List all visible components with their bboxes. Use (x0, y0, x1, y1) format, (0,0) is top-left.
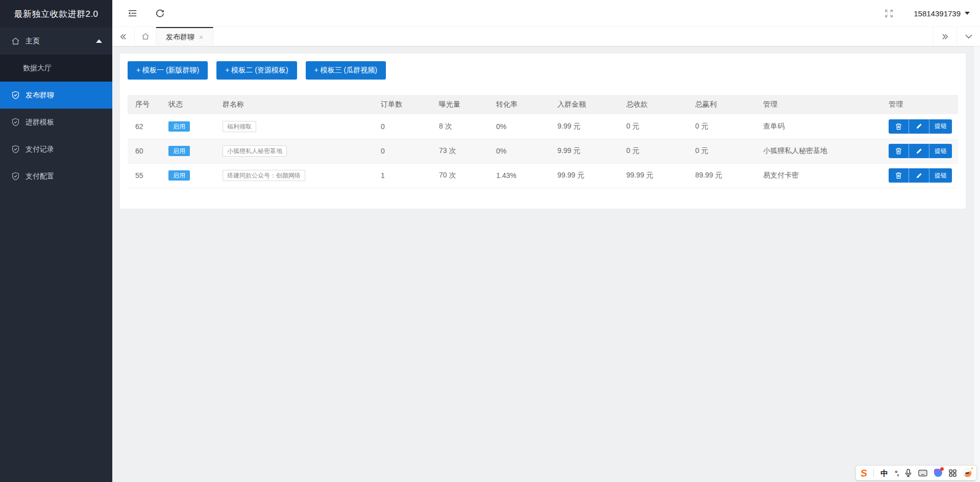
keyboard-icon[interactable] (918, 470, 927, 476)
row-actions: 提链 (889, 119, 952, 134)
delete-button[interactable] (889, 168, 909, 183)
sidebar-item-label: 数据大厅 (23, 64, 52, 73)
sidebar: 最新独立收款进群2.0 主页 数据大厅 发布群聊 进群模板 支付记录 支付配置 (0, 0, 112, 482)
cell-conversion: 1.43% (488, 163, 550, 188)
home-icon (11, 37, 20, 45)
cell-join-fee: 9.99 元 (550, 139, 619, 163)
microphone-icon[interactable] (905, 469, 912, 477)
tab-bar: 发布群聊 × (112, 27, 980, 46)
toolbox-grid-icon[interactable] (949, 469, 957, 477)
status-badge: 启用 (168, 146, 190, 156)
sidebar-item-group-template[interactable]: 进群模板 (0, 109, 112, 136)
main-area: 15814391739 发布群聊 × + 模板一 (新版群聊) (112, 0, 980, 482)
cell-seq: 62 (128, 114, 161, 139)
group-table: 序号 状态 群名称 订单数 曝光量 转化率 入群金额 总收款 总赢利 管理 管理 (128, 95, 958, 188)
topbar: 15814391739 (112, 0, 980, 27)
edit-button[interactable] (909, 144, 929, 158)
cell-conversion: 0% (488, 114, 550, 139)
cell-seq: 60 (128, 139, 161, 163)
sidebar-item-label: 支付记录 (26, 145, 54, 154)
divider (873, 469, 874, 477)
table-header-row: 序号 状态 群名称 订单数 曝光量 转化率 入群金额 总收款 总赢利 管理 管理 (128, 95, 958, 114)
ime-punctuation-toggle[interactable]: °, (895, 470, 898, 476)
refresh-icon[interactable] (154, 8, 165, 19)
sidebar-item-label: 发布群聊 (26, 91, 54, 100)
edit-button[interactable] (909, 119, 929, 134)
cell-manage: 小狐狸私人秘密基地 (755, 139, 881, 163)
sidebar-item-label: 主页 (26, 37, 40, 46)
sidebar-item-home[interactable]: 主页 (0, 28, 112, 55)
tabs-scroll-right-icon[interactable] (933, 27, 957, 46)
tab-close-icon[interactable]: × (199, 34, 203, 41)
ai-assistant-icon[interactable] (934, 469, 942, 477)
delete-button[interactable] (889, 144, 909, 158)
shield-check-icon (11, 91, 20, 99)
col-group-name: 群名称 (215, 95, 373, 114)
col-exposure: 曝光量 (431, 95, 488, 114)
extract-link-button[interactable]: 提链 (929, 168, 952, 183)
cell-orders: 0 (373, 114, 431, 139)
tabs-scroll-left-icon[interactable] (112, 27, 135, 46)
emoji-face-icon[interactable] (963, 469, 972, 477)
row-actions: 提链 (889, 144, 952, 158)
col-join-fee: 入群金额 (550, 95, 619, 114)
add-template-3-button[interactable]: + 模板三 (瓜群视频) (306, 61, 386, 80)
sidebar-item-label: 支付配置 (26, 172, 54, 181)
cell-total-income: 0 元 (619, 139, 688, 163)
row-actions: 提链 (889, 168, 952, 183)
group-name-tag: 小狐狸私人秘密基地 (223, 145, 287, 157)
add-template-2-button[interactable]: + 模板二 (资源模板) (216, 61, 297, 80)
username: 15814391739 (914, 9, 961, 18)
group-list-card: + 模板一 (新版群聊) + 模板二 (资源模板) + 模板三 (瓜群视频) 序… (120, 54, 966, 209)
cell-join-fee: 99.99 元 (550, 163, 619, 188)
tab-label: 发布群聊 (166, 33, 194, 42)
cell-exposure: 70 次 (431, 163, 488, 188)
table-row: 62 启用 福利领取 0 8 次 0% 9.99 元 0 元 0 元 查单码 (128, 114, 958, 139)
add-template-1-button[interactable]: + 模板一 (新版群聊) (128, 61, 208, 80)
sidebar-item-payment-records[interactable]: 支付记录 (0, 136, 112, 163)
extract-link-button[interactable]: 提链 (929, 119, 952, 134)
user-menu[interactable]: 15814391739 (914, 9, 970, 18)
cell-total-profit: 0 元 (688, 139, 755, 163)
col-orders: 订单数 (373, 95, 431, 114)
shield-check-icon (11, 118, 20, 126)
extract-link-button[interactable]: 提链 (929, 144, 952, 158)
col-total-profit: 总赢利 (688, 95, 755, 114)
scrollbar-track[interactable] (973, 46, 980, 482)
ime-language-toggle[interactable]: 中 (880, 469, 888, 477)
collapse-menu-icon[interactable] (127, 8, 138, 19)
col-actions: 管理 (881, 95, 958, 114)
chevron-down-icon (965, 12, 970, 15)
delete-button[interactable] (889, 119, 909, 134)
table-row: 60 启用 小狐狸私人秘密基地 0 73 次 0% 9.99 元 0 元 0 元… (128, 139, 958, 163)
cell-total-income: 0 元 (619, 114, 688, 139)
sogou-logo-icon[interactable]: S (860, 468, 868, 478)
tab-home[interactable] (135, 27, 156, 46)
sidebar-item-publish-group[interactable]: 发布群聊 (0, 82, 112, 109)
cell-manage: 查单码 (755, 114, 881, 139)
group-name-tag: 搭建同款公众号：创颜网络 (223, 170, 305, 181)
cell-total-profit: 0 元 (688, 114, 755, 139)
template-button-row: + 模板一 (新版群聊) + 模板二 (资源模板) + 模板三 (瓜群视频) (128, 61, 958, 80)
sidebar-item-data-hall[interactable]: 数据大厅 (0, 55, 112, 82)
tabbar-spacer (213, 27, 933, 46)
col-total-income: 总收款 (619, 95, 688, 114)
table-row: 55 启用 搭建同款公众号：创颜网络 1 70 次 1.43% 99.99 元 … (128, 163, 958, 188)
tab-publish-group[interactable]: 发布群聊 × (156, 27, 213, 46)
chevron-up-icon (96, 39, 102, 43)
cell-orders: 1 (373, 163, 431, 188)
col-seq: 序号 (128, 95, 161, 114)
content-area: + 模板一 (新版群聊) + 模板二 (资源模板) + 模板三 (瓜群视频) 序… (112, 46, 980, 482)
cell-exposure: 73 次 (431, 139, 488, 163)
status-badge: 启用 (168, 121, 190, 132)
cell-conversion: 0% (488, 139, 550, 163)
cell-join-fee: 9.99 元 (550, 114, 619, 139)
tabs-menu-icon[interactable] (957, 27, 980, 46)
cell-exposure: 8 次 (431, 114, 488, 139)
col-status: 状态 (161, 95, 215, 114)
sidebar-item-payment-config[interactable]: 支付配置 (0, 163, 112, 190)
fullscreen-icon[interactable] (883, 8, 894, 19)
cell-total-income: 99.99 元 (619, 163, 688, 188)
edit-button[interactable] (909, 168, 929, 183)
shield-check-icon (11, 172, 20, 181)
